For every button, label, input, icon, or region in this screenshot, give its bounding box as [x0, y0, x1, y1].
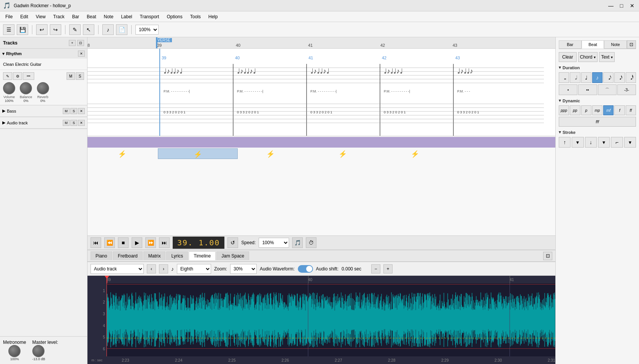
transport-rewind[interactable]: ⏪: [104, 237, 115, 248]
audio-solo-btn[interactable]: S: [70, 120, 77, 126]
master-level-knob[interactable]: [32, 345, 45, 357]
dyn-ff[interactable]: ff: [626, 105, 636, 115]
menu-view[interactable]: View: [32, 13, 49, 20]
menu-beat[interactable]: Beat: [83, 13, 100, 20]
dur-16th[interactable]: 𝅘𝅥𝅮: [603, 72, 614, 83]
dyn-mf[interactable]: mf: [603, 105, 614, 115]
selected-audio-region[interactable]: ⚡: [158, 148, 238, 159]
menu-label[interactable]: Label: [117, 13, 136, 20]
guitar-mute-btn[interactable]: M: [67, 72, 75, 80]
note-button[interactable]: ♪: [102, 24, 114, 35]
audio-mute-btn[interactable]: M: [63, 120, 70, 126]
text-dropdown[interactable]: Text ▾: [599, 52, 615, 62]
minimize-button[interactable]: —: [607, 2, 615, 10]
audio-wf-toggle[interactable]: [298, 265, 313, 273]
menu-note[interactable]: Note: [100, 13, 117, 20]
redo-button[interactable]: ↪: [50, 24, 61, 35]
balance-knob[interactable]: [20, 82, 32, 94]
cursor-button[interactable]: ↖: [83, 24, 94, 35]
metronome-toggle[interactable]: 🎵: [292, 237, 303, 248]
audio-close-btn[interactable]: ✕: [78, 120, 85, 126]
menu-transport[interactable]: Transport: [136, 13, 163, 20]
transport-play[interactable]: ▶: [132, 237, 142, 248]
add-track-button[interactable]: +: [69, 40, 76, 46]
close-button[interactable]: ✕: [628, 2, 636, 10]
dur-32nd[interactable]: 𝅘𝅥𝅯: [614, 72, 625, 83]
tab-fretboard[interactable]: Fretboard: [113, 251, 143, 260]
rhythm-title[interactable]: ▾ Rhythm ✕: [0, 49, 87, 59]
dyn-f[interactable]: f: [614, 105, 625, 115]
dyn-ppp[interactable]: ppp: [559, 105, 569, 115]
rhythm-close[interactable]: ✕: [78, 51, 85, 57]
dur-whole[interactable]: 𝅝: [559, 72, 569, 83]
clear-button[interactable]: Clear: [559, 52, 577, 62]
menu-options[interactable]: Options: [163, 13, 186, 20]
tab-matrix[interactable]: Matrix: [143, 251, 166, 260]
stroke-down-select[interactable]: ▾: [598, 137, 610, 148]
dyn-pp[interactable]: pp: [570, 105, 580, 115]
right-tab-bar[interactable]: Bar: [559, 40, 582, 49]
tab-piano[interactable]: Piano: [91, 251, 112, 260]
dur-triplet[interactable]: -3-: [617, 84, 636, 95]
loop-button[interactable]: ↺: [227, 237, 238, 248]
text-button[interactable]: 📄: [116, 24, 127, 35]
right-tab-beat[interactable]: Beat: [582, 40, 604, 49]
clock-button[interactable]: ⏱: [306, 237, 316, 248]
dur-quarter[interactable]: ♩: [581, 72, 591, 83]
menu-track[interactable]: Track: [49, 13, 68, 20]
guitar-tool-btn[interactable]: ✎: [3, 72, 12, 80]
guitar-fx-btn[interactable]: ⚙: [13, 72, 22, 80]
pencil-button[interactable]: ✎: [69, 24, 81, 35]
stroke-up[interactable]: ↑: [559, 137, 571, 148]
stroke-mute[interactable]: ⌐: [611, 137, 623, 148]
guitar-solo-btn[interactable]: S: [76, 72, 84, 80]
tab-timeline[interactable]: Timeline: [189, 251, 216, 260]
note-type-select[interactable]: Eighth Whole Half Quarter Sixteenth: [177, 264, 211, 274]
dur-tie[interactable]: ⌒: [598, 84, 617, 95]
dyn-p[interactable]: p: [581, 105, 591, 115]
right-tab-note[interactable]: Note: [604, 40, 627, 49]
dyn-fff[interactable]: fff: [559, 117, 636, 127]
zoom-select[interactable]: 100% 50% 75% 150% 200%: [135, 25, 159, 35]
expand-timeline-btn[interactable]: ⊡: [543, 252, 552, 260]
save-button[interactable]: 💾: [17, 24, 28, 35]
dur-double-dot[interactable]: ••: [578, 84, 597, 95]
bass-close-btn[interactable]: ✕: [78, 108, 85, 114]
volume-knob[interactable]: [3, 82, 15, 94]
speed-select[interactable]: 100% 50% 75% 125% 150%: [259, 238, 289, 248]
dur-64th[interactable]: 𝅘𝅥𝅰: [626, 72, 636, 83]
menu-file[interactable]: File: [2, 13, 16, 20]
chord-dropdown[interactable]: Chord ▾: [578, 52, 598, 62]
menu-edit[interactable]: Edit: [16, 13, 32, 20]
audio-shift-increase[interactable]: +: [383, 264, 393, 273]
stroke-down[interactable]: ↓: [585, 137, 597, 148]
dur-dot[interactable]: •: [559, 84, 577, 95]
dur-half[interactable]: 𝅗𝅥: [570, 72, 580, 83]
hamburger-button[interactable]: ☰: [3, 24, 14, 35]
reverb-knob[interactable]: [37, 82, 49, 94]
maximize-button[interactable]: □: [618, 2, 625, 10]
transport-end[interactable]: ⏭: [159, 237, 170, 248]
audio-shift-decrease[interactable]: −: [371, 264, 380, 273]
menu-bar[interactable]: Bar: [68, 13, 83, 20]
tab-jamspace[interactable]: Jam Space: [216, 251, 249, 260]
fit-track-button[interactable]: ⊡: [77, 40, 84, 46]
stroke-mute-select[interactable]: ▾: [624, 137, 636, 148]
transport-fastforward[interactable]: ⏩: [145, 237, 156, 248]
menu-tools[interactable]: Tools: [186, 13, 205, 20]
dur-eighth[interactable]: ♪: [592, 72, 602, 83]
timeline-next[interactable]: ›: [159, 264, 168, 273]
track-select[interactable]: Audio track Rhythm Bass: [91, 264, 144, 274]
metronome-knob[interactable]: [8, 345, 21, 357]
dyn-mp[interactable]: mp: [592, 105, 602, 115]
transport-start[interactable]: ⏮: [91, 237, 101, 248]
timeline-prev[interactable]: ‹: [147, 264, 156, 273]
zoom-select-timeline[interactable]: 30% 10% 20% 50% 100%: [230, 264, 257, 274]
tab-lyrics[interactable]: Lyrics: [166, 251, 188, 260]
transport-stop[interactable]: ■: [118, 237, 129, 248]
menu-help[interactable]: Help: [205, 13, 222, 20]
right-expand-btn[interactable]: ⊡: [627, 40, 636, 49]
guitar-more-btn[interactable]: •••: [23, 72, 34, 80]
stroke-up-select[interactable]: ▾: [572, 137, 583, 148]
bass-solo-btn[interactable]: S: [70, 108, 77, 114]
